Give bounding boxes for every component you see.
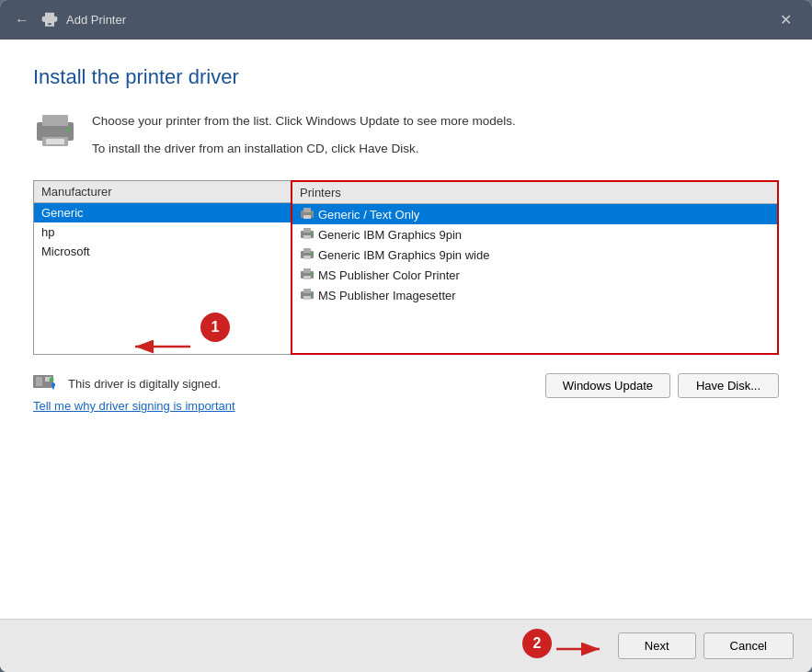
- driver-signing-link[interactable]: Tell me why driver signing is important: [33, 399, 235, 413]
- svg-rect-14: [303, 248, 311, 253]
- have-disk-button[interactable]: Have Disk...: [678, 373, 779, 398]
- printers-list: Printers Generic / Text Only: [291, 180, 779, 355]
- windows-update-button[interactable]: Windows Update: [545, 373, 670, 398]
- manufacturer-item-generic[interactable]: Generic: [34, 203, 291, 222]
- printer-items: Generic / Text Only Generic IBM Graphics…: [292, 204, 777, 349]
- svg-rect-15: [303, 256, 311, 259]
- printer-item-publisher-imagesetter[interactable]: MS Publisher Imagesetter: [292, 285, 777, 305]
- svg-rect-18: [303, 268, 311, 273]
- bottom-section: This driver is digitally signed. Tell me…: [33, 373, 779, 413]
- page-title: Install the printer driver: [33, 65, 779, 89]
- arrow-1: [126, 333, 200, 360]
- svg-rect-11: [303, 235, 311, 239]
- svg-rect-1: [42, 115, 68, 126]
- svg-point-24: [310, 293, 312, 295]
- svg-point-4: [66, 128, 70, 131]
- back-button[interactable]: ←: [15, 12, 29, 28]
- title-bar-left: ← Add Printer: [15, 11, 126, 29]
- svg-rect-10: [303, 228, 311, 233]
- printer-icon: [40, 11, 59, 29]
- svg-rect-23: [303, 296, 311, 300]
- description-line2: To install the driver from an installati…: [92, 139, 516, 159]
- printer-image: [33, 111, 77, 148]
- close-button[interactable]: ✕: [774, 9, 797, 30]
- dialog-title: Add Printer: [66, 13, 126, 27]
- manufacturer-item-hp[interactable]: hp: [34, 222, 291, 242]
- svg-point-12: [310, 233, 312, 234]
- signed-text: This driver is digitally signed.: [68, 377, 221, 391]
- next-button[interactable]: Next: [618, 632, 696, 659]
- title-bar: ← Add Printer ✕: [0, 0, 812, 40]
- footer: 2 Next Cancel: [0, 619, 812, 672]
- manufacturer-header: Manufacturer: [34, 181, 291, 203]
- printer-item-text-only[interactable]: Generic / Text Only: [292, 204, 777, 224]
- add-printer-dialog: ← Add Printer ✕ Install the printer driv…: [0, 0, 812, 672]
- svg-point-16: [310, 253, 312, 255]
- printer-item-icon-3: [300, 268, 315, 282]
- printer-item-icon-0: [300, 207, 315, 222]
- svg-rect-19: [303, 276, 311, 279]
- printer-item-icon-4: [300, 288, 315, 302]
- printer-item-icon-1: [300, 227, 315, 242]
- annotation-2: 2: [522, 629, 552, 658]
- description-section: Choose your printer from the list. Click…: [33, 111, 779, 158]
- description-line1: Choose your printer from the list. Click…: [92, 111, 516, 131]
- svg-point-20: [310, 273, 312, 275]
- signed-section: This driver is digitally signed. Tell me…: [33, 373, 235, 413]
- printer-item-ibm-9pin[interactable]: Generic IBM Graphics 9pin: [292, 224, 777, 245]
- cancel-button[interactable]: Cancel: [703, 632, 794, 659]
- manufacturer-list: Manufacturer Generic hp Microsoft: [33, 180, 291, 355]
- signed-row: This driver is digitally signed.: [33, 373, 235, 393]
- lists-section: Manufacturer Generic hp Microsoft Printe…: [33, 180, 779, 355]
- main-content: Install the printer driver Choose your p…: [0, 40, 812, 619]
- annotation-1: 1: [200, 313, 230, 342]
- svg-point-28: [50, 378, 54, 382]
- arrow-2: [552, 640, 607, 658]
- svg-rect-3: [46, 139, 64, 144]
- svg-rect-26: [36, 377, 42, 386]
- svg-rect-6: [303, 208, 311, 212]
- svg-rect-22: [303, 289, 311, 293]
- printer-item-publisher-color[interactable]: MS Publisher Color Printer: [292, 265, 777, 285]
- printer-item-icon-2: [300, 247, 315, 262]
- action-buttons: Windows Update Have Disk...: [545, 373, 779, 398]
- signed-shield-icon: [33, 373, 59, 393]
- printers-header: Printers: [292, 182, 777, 204]
- printer-item-ibm-9pin-wide[interactable]: Generic IBM Graphics 9pin wide: [292, 245, 777, 265]
- footer-buttons: Next Cancel: [618, 632, 794, 659]
- svg-point-8: [310, 212, 312, 214]
- svg-rect-7: [303, 215, 311, 219]
- description-text: Choose your printer from the list. Click…: [92, 111, 516, 158]
- manufacturer-item-microsoft[interactable]: Microsoft: [34, 242, 291, 261]
- manufacturer-items: Generic hp Microsoft: [34, 203, 291, 350]
